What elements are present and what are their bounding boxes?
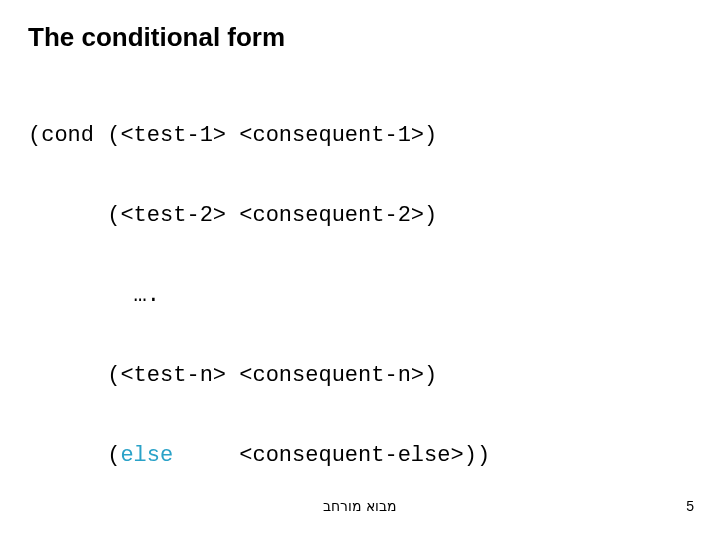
footer-text: מבוא מורחב bbox=[0, 498, 720, 514]
syntax-line-3: …. bbox=[28, 285, 692, 307]
keyword-else: else bbox=[120, 443, 173, 468]
syntax-block: (cond (<test-1> <consequent-1>) (<test-2… bbox=[28, 81, 692, 525]
slide-title: The conditional form bbox=[28, 22, 692, 53]
syntax-line-1: (cond (<test-1> <consequent-1>) bbox=[28, 125, 692, 147]
syntax-line-5: (else <consequent-else>)) bbox=[28, 445, 692, 467]
syntax-line-4: (<test-n> <consequent-n>) bbox=[28, 365, 692, 387]
syntax-line-2: (<test-2> <consequent-2>) bbox=[28, 205, 692, 227]
page-number: 5 bbox=[686, 498, 694, 514]
